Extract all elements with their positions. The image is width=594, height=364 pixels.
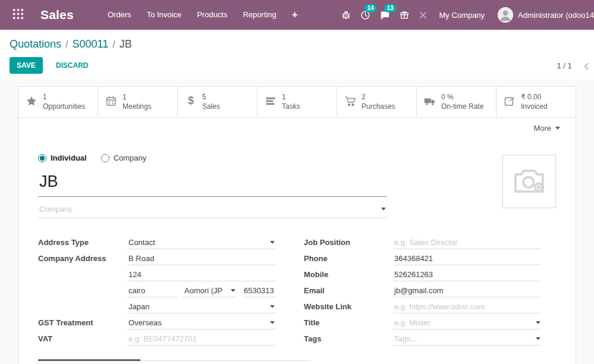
- chevron-down-icon: [231, 289, 235, 292]
- right-column: Job Position Phone Mobile Email: [304, 234, 542, 347]
- field-label-phone: Phone: [304, 254, 393, 263]
- street2-input[interactable]: [127, 268, 276, 281]
- left-column: Address Type Contact Company Address: [38, 234, 276, 347]
- stat-label: Sales: [202, 102, 220, 112]
- job-position-input[interactable]: [393, 236, 542, 249]
- tags-placeholder: Tags...: [394, 334, 417, 343]
- breadcrumb-separator: /: [112, 39, 115, 50]
- control-panel: SAVE DISCARD 1 / 1 ‹: [0, 51, 594, 82]
- field-label-gst-treatment: GST Treatment: [38, 318, 127, 327]
- stat-button-invoiced[interactable]: ₹ 0.00 Invoiced: [496, 87, 576, 117]
- chevron-down-icon: [536, 321, 540, 324]
- breadcrumb-record[interactable]: S00011: [73, 38, 109, 51]
- activities-button[interactable]: 14: [356, 0, 375, 30]
- breadcrumb-quotations[interactable]: Quotations: [10, 38, 61, 51]
- field-label-address-type: Address Type: [38, 238, 127, 247]
- x-icon: [419, 11, 428, 20]
- stat-button-row: 1 Opportunities 1 Meetings: [18, 87, 576, 118]
- user-menu[interactable]: Administrator (odoo14: [518, 11, 594, 20]
- more-row: More: [18, 118, 576, 133]
- content-area: 1 Opportunities 1 Meetings: [0, 79, 594, 364]
- app-title[interactable]: Sales: [40, 8, 74, 22]
- stat-button-meetings[interactable]: 1 Meetings: [98, 87, 178, 117]
- svg-text:$: $: [188, 95, 194, 106]
- mobile-input[interactable]: [393, 268, 542, 281]
- city-state-zip-row: Aomori (JP: [127, 284, 276, 297]
- breadcrumb-separator: /: [65, 39, 68, 50]
- apps-menu-button[interactable]: [7, 9, 29, 21]
- stat-value: 1: [122, 93, 152, 102]
- menu-to-invoice[interactable]: To Invoice: [139, 0, 190, 30]
- x-tools-button[interactable]: [414, 0, 432, 30]
- stat-label: Tasks: [282, 102, 300, 112]
- stat-value: 5: [202, 93, 220, 102]
- save-button[interactable]: SAVE: [10, 57, 43, 74]
- calendar-icon: [105, 95, 117, 109]
- messages-button[interactable]: 13: [375, 0, 395, 30]
- dollar-icon: $: [185, 95, 197, 109]
- grid-icon: [13, 9, 23, 21]
- pager: 1 / 1 ‹: [557, 59, 589, 71]
- city-input[interactable]: [127, 284, 177, 297]
- title-select[interactable]: e.g. Mister: [393, 316, 542, 330]
- field-label-job-position: Job Position: [304, 238, 393, 247]
- plus-menu-button[interactable]: +: [284, 0, 306, 30]
- field-label-vat: VAT: [38, 334, 127, 343]
- notebook-tabs-border: [140, 360, 310, 361]
- company-type-radios: Individual Company: [38, 153, 576, 162]
- stat-label: Opportunities: [43, 102, 85, 112]
- company-select[interactable]: Company: [38, 202, 387, 218]
- state-value: Aomori (JP: [184, 286, 222, 295]
- address-type-value: Contact: [128, 238, 155, 247]
- stat-button-on-time-rate[interactable]: 0 % On-time Rate: [417, 87, 496, 117]
- menu-reporting[interactable]: Reporting: [235, 0, 284, 30]
- gst-treatment-select[interactable]: Overseas: [127, 316, 276, 330]
- camera-icon: [512, 164, 546, 200]
- contact-image-upload[interactable]: [502, 155, 556, 208]
- stat-button-opportunities[interactable]: 1 Opportunities: [18, 87, 98, 117]
- stat-button-purchases[interactable]: 2 Purchases: [337, 87, 417, 117]
- odoo-window: Sales Orders To Invoice Products Reporti…: [0, 0, 594, 364]
- field-label-mobile: Mobile: [304, 270, 393, 279]
- zip-input[interactable]: [243, 284, 276, 297]
- country-select[interactable]: Japan: [127, 300, 276, 313]
- field-label-email: Email: [304, 286, 393, 295]
- radio-individual[interactable]: Individual: [38, 153, 87, 162]
- street-input[interactable]: [127, 252, 276, 265]
- discard-button[interactable]: DISCARD: [49, 57, 96, 74]
- title-placeholder: e.g. Mister: [394, 318, 430, 327]
- phone-input[interactable]: [393, 252, 542, 265]
- email-input[interactable]: [393, 284, 542, 297]
- company-switcher[interactable]: My Company: [432, 11, 492, 20]
- more-button[interactable]: More: [533, 124, 560, 133]
- debug-bug-button[interactable]: [337, 0, 356, 30]
- pencil-square-icon: [504, 95, 516, 109]
- stat-button-sales[interactable]: $ 5 Sales: [178, 87, 257, 117]
- address-type-select[interactable]: Contact: [127, 236, 276, 249]
- menu-orders[interactable]: Orders: [100, 0, 139, 30]
- notebook-active-tab-underline[interactable]: [38, 359, 140, 361]
- top-navbar: Sales Orders To Invoice Products Reporti…: [0, 0, 594, 30]
- menu-products[interactable]: Products: [189, 0, 235, 30]
- radio-individual-input[interactable]: [38, 154, 46, 162]
- contact-name-input[interactable]: [38, 172, 387, 197]
- chevron-down-icon: [536, 337, 540, 340]
- stat-value: 2: [362, 93, 395, 102]
- radio-company[interactable]: Company: [101, 153, 147, 162]
- pager-previous-button[interactable]: ‹: [582, 59, 589, 71]
- gift-icon: [400, 10, 409, 20]
- app-menu: Orders To Invoice Products Reporting +: [100, 0, 306, 30]
- stat-button-tasks[interactable]: 1 Tasks: [257, 87, 337, 117]
- tags-select[interactable]: Tags...: [393, 332, 542, 346]
- form-fields: Address Type Contact Company Address: [38, 234, 556, 347]
- stat-label: Purchases: [362, 102, 395, 112]
- vat-input[interactable]: [127, 332, 276, 346]
- gst-treatment-value: Overseas: [128, 318, 162, 327]
- chevron-down-icon: [555, 127, 560, 130]
- radio-company-input[interactable]: [101, 154, 109, 162]
- avatar[interactable]: [498, 7, 513, 23]
- field-label-company-address: Company Address: [38, 254, 127, 263]
- gift-button[interactable]: [395, 0, 414, 30]
- state-select[interactable]: Aomori (JP: [183, 284, 237, 297]
- website-input[interactable]: [393, 300, 542, 313]
